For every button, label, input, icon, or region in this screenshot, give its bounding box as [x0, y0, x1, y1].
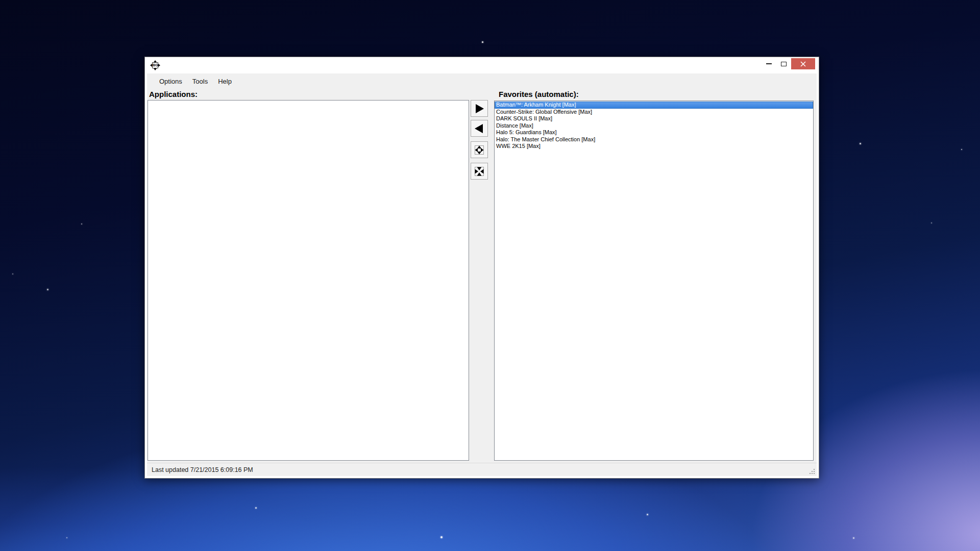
app-window: BG OptionsToolsHelp Applications: Favori… — [144, 57, 819, 479]
status-bar: Last updated 7/21/2015 6:09:16 PM — [147, 463, 817, 476]
star — [47, 289, 48, 290]
maximize-icon — [781, 62, 787, 66]
star — [860, 143, 861, 144]
star — [853, 537, 854, 539]
left-arrow-icon — [473, 122, 485, 135]
favorites-item[interactable]: Halo 5: Guardians [Max] — [495, 129, 813, 136]
star — [440, 536, 443, 538]
star — [931, 222, 932, 223]
desktop: { "window": { "title": "", "app_icon_tex… — [0, 0, 980, 551]
move-left-button[interactable] — [471, 120, 488, 137]
status-text: Last updated 7/21/2015 6:09:16 PM — [152, 466, 253, 473]
favorites-item[interactable]: Halo: The Master Chief Collection [Max] — [495, 136, 813, 143]
minimize-icon — [766, 63, 772, 64]
favorites-item[interactable]: DARK SOULS II [Max] — [495, 115, 813, 122]
app-icon-letters: BG — [152, 62, 158, 68]
close-icon — [800, 61, 806, 67]
star — [647, 514, 648, 515]
icon-arrow-down — [154, 68, 157, 70]
star — [961, 149, 962, 150]
favorites-item[interactable]: Batman™: Arkham Knight [Max] — [495, 102, 813, 109]
close-button[interactable] — [791, 58, 815, 69]
title-bar[interactable]: BG — [145, 57, 819, 73]
applications-label: Applications: — [149, 90, 198, 98]
minimize-button[interactable] — [762, 58, 776, 69]
favorites-listbox[interactable]: Batman™: Arkham Knight [Max]Counter-Stri… — [494, 101, 814, 461]
right-arrow-icon — [473, 103, 485, 115]
contract-arrows-button[interactable] — [471, 163, 488, 180]
menu-item-help[interactable]: Help — [213, 76, 237, 87]
expand-arrows-button[interactable] — [471, 141, 488, 158]
app-icon[interactable]: BG — [151, 61, 159, 69]
expand-arrows-icon — [473, 144, 485, 156]
contract-arrows-icon — [473, 165, 485, 178]
menu-item-tools[interactable]: Tools — [187, 76, 213, 87]
star — [482, 41, 483, 43]
favorites-label: Favorites (automatic): — [499, 90, 579, 98]
resize-grip[interactable] — [808, 468, 816, 475]
favorites-item[interactable]: Distance [Max] — [495, 122, 813, 130]
menu-item-options[interactable]: Options — [154, 76, 187, 87]
icon-arrow-right — [158, 64, 160, 67]
star — [255, 507, 257, 509]
maximize-button[interactable] — [776, 58, 791, 69]
window-controls — [762, 58, 815, 69]
applications-listbox[interactable] — [148, 100, 469, 461]
star — [66, 537, 67, 538]
menu-bar: OptionsToolsHelp — [147, 73, 817, 89]
favorites-item[interactable]: WWE 2K15 [Max] — [495, 143, 813, 150]
star — [81, 223, 82, 224]
star — [12, 273, 13, 274]
move-right-button[interactable] — [471, 100, 488, 117]
favorites-item[interactable]: Counter-Strike: Global Offensive [Max] — [495, 109, 813, 116]
client-area: OptionsToolsHelp Applications: Favorites… — [147, 73, 817, 476]
